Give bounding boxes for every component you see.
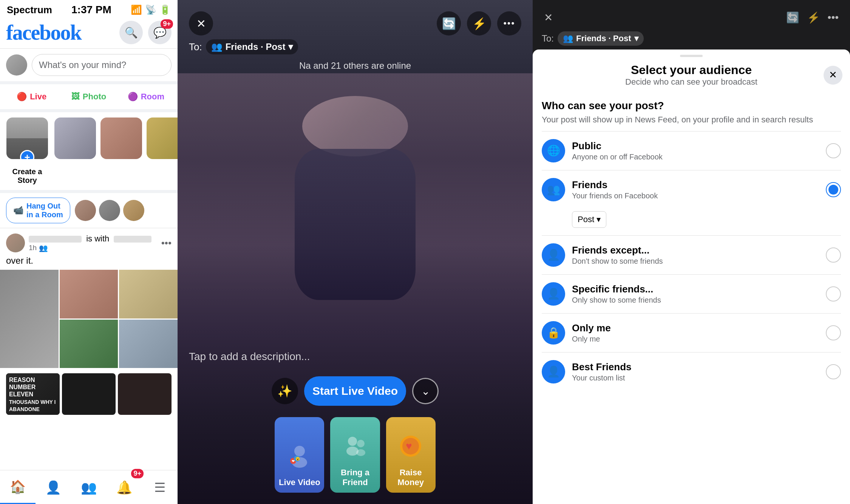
post-author-avatar — [6, 233, 25, 252]
public-desc: Anyone on or off Facebook — [572, 153, 819, 161]
more-icon: ••• — [828, 11, 839, 24]
post-author-name — [29, 236, 82, 243]
friends-post-button[interactable]: Post ▾ — [572, 211, 606, 228]
create-story-image: + — [6, 117, 48, 159]
post-time-row: 1h 👥 — [29, 244, 151, 252]
nav-profile[interactable]: 👤 — [36, 470, 71, 504]
audience-option-specific-friends[interactable]: 👤 Specific friends... Only show to some … — [533, 275, 850, 313]
hang-out-room-button[interactable]: 📹 Hang Out in a Room — [6, 198, 70, 223]
status-icons: 📶 📡 🔋 — [131, 5, 171, 15]
magic-effects-button[interactable]: ✨ — [272, 378, 298, 404]
story-thumb-2[interactable] — [100, 117, 142, 159]
bring-friend-option[interactable]: Bring a Friend — [330, 417, 380, 493]
only-me-desc: Only me — [572, 335, 819, 343]
svg-point-9 — [356, 449, 365, 456]
action-row: 🔴 Live 🖼 Photo 🟣 Room — [0, 84, 178, 112]
live-top-icons: 🔄 ⚡ ••• — [437, 11, 521, 36]
friend-avatar-1 — [75, 200, 96, 221]
post-input[interactable]: What's on your mind? — [32, 54, 172, 76]
live-button[interactable]: 🔴 Live — [4, 87, 59, 106]
best-friends-title: Best Friends — [572, 361, 819, 373]
friends-text: Friends Your friends on Facebook — [572, 179, 819, 200]
friends-radio[interactable] — [826, 182, 841, 197]
live-description-placeholder: Tap to add a description... — [189, 351, 310, 362]
public-title: Public — [572, 140, 819, 152]
person-star-icon: 👤 — [547, 365, 560, 378]
fb-header-icons: 🔍 💬 9+ — [119, 21, 172, 44]
create-story-item[interactable]: + Create aStory — [5, 117, 50, 185]
more-icon: ••• — [503, 18, 515, 29]
audience-option-only-me[interactable]: 🔒 Only me Only me — [533, 314, 850, 352]
post-label: Post — [578, 215, 594, 224]
video-thumbnails-row: REASON NUMBER ELEVENTHOUSAND WHY I ABAND… — [0, 369, 178, 419]
expand-button[interactable]: ⌄ — [412, 378, 439, 404]
nav-home[interactable]: 🏠 — [0, 470, 36, 504]
live-top-bar: ✕ 🔄 ⚡ ••• — [178, 0, 533, 39]
sheet-close-button[interactable]: ✕ — [824, 66, 842, 85]
live-close-button[interactable]: ✕ — [189, 11, 213, 36]
post-image-2 — [119, 270, 178, 318]
story-image-1 — [54, 117, 96, 159]
dropdown-chevron-icon: ▾ — [288, 42, 293, 52]
audience-option-friends[interactable]: 👥 Friends Your friends on Facebook Post … — [533, 170, 850, 235]
svg-text:♥: ♥ — [406, 440, 412, 452]
live-panel: ✕ 🔄 ⚡ ••• To: 👥 Friends · Post ▾ Na and … — [178, 0, 533, 504]
search-button[interactable]: 🔍 — [119, 21, 143, 44]
more-button[interactable]: ••• — [497, 11, 521, 36]
friends-icon-btn: 👥 — [542, 178, 565, 201]
live-to-row: To: 👥 Friends · Post ▾ — [178, 39, 533, 58]
nav-groups[interactable]: 👥 — [71, 470, 107, 504]
photo-button[interactable]: 🖼 Photo — [61, 87, 116, 106]
live-description-area[interactable]: Tap to add a description... — [178, 343, 321, 370]
nav-notifications[interactable]: 🔔 9+ — [107, 470, 142, 504]
messenger-button[interactable]: 💬 9+ — [148, 21, 172, 44]
flip-camera-icon: 🔄 — [442, 17, 456, 30]
specific-friends-text: Specific friends... Only show to some fr… — [572, 283, 819, 305]
post-body-text: over it. — [6, 255, 172, 266]
chevron-down-icon: ⌄ — [421, 385, 430, 397]
story-thumb-1[interactable] — [54, 117, 96, 159]
feed-panel: Spectrum 1:37 PM 📶 📡 🔋 facebook 🔍 💬 9+ W… — [0, 0, 178, 504]
raise-money-icon: ♥ — [397, 433, 424, 465]
audience-option-best-friends[interactable]: 👤 Best Friends Your custom list — [533, 352, 850, 391]
audience-close-button[interactable]: ✕ — [544, 11, 553, 24]
live-video-option[interactable]: ❤ 😮 Live Video — [275, 417, 324, 493]
audience-option-public[interactable]: 🌐 Public Anyone on or off Facebook — [533, 131, 850, 170]
friends-icon: 👥 — [563, 34, 573, 43]
feed-post: is with 1h 👥 ••• over it. — [0, 228, 178, 270]
post-more-button[interactable]: ••• — [161, 237, 172, 249]
friends-except-title: Friends except... — [572, 244, 819, 256]
only-me-radio[interactable] — [826, 325, 841, 340]
online-text: Na and 21 others are online — [299, 60, 411, 71]
audience-to-label: To: — [542, 33, 554, 44]
post-box: What's on your mind? — [0, 49, 178, 84]
story-thumb-3[interactable] — [147, 117, 178, 159]
audience-title: Select your audience — [559, 63, 824, 77]
dropdown-chevron-icon: ▾ — [634, 34, 638, 43]
audience-to-badge[interactable]: 👥 Friends · Post ▾ — [558, 31, 643, 46]
room-button[interactable]: 🟣 Room — [118, 87, 174, 106]
friends-icon: 👥 — [39, 244, 48, 252]
video-thumb-3 — [118, 373, 172, 415]
lightning-button[interactable]: ⚡ — [467, 11, 491, 36]
sheet-handle — [680, 55, 703, 57]
live-online-bar: Na and 21 others are online — [178, 58, 533, 73]
who-desc: Your post will show up in News Feed, on … — [542, 114, 841, 126]
hang-out-label: Hang Out in a Room — [26, 202, 63, 219]
public-radio[interactable] — [826, 143, 841, 158]
time-label: 1:37 PM — [71, 4, 111, 16]
nav-menu[interactable]: ☰ — [142, 470, 178, 504]
friends-except-radio[interactable] — [826, 247, 841, 263]
specific-friends-radio[interactable] — [826, 286, 841, 301]
best-friends-text: Best Friends Your custom list — [572, 361, 819, 382]
wifi-icon: 📡 — [145, 5, 156, 15]
flip-camera-button[interactable]: 🔄 — [437, 11, 461, 36]
friends-title: Friends — [572, 179, 819, 191]
best-friends-radio[interactable] — [826, 364, 841, 379]
live-audience-badge[interactable]: 👥 Friends · Post ▾ — [206, 39, 298, 54]
search-icon: 🔍 — [125, 26, 138, 39]
audience-option-friends-except[interactable]: 👤 Friends except... Don't show to some f… — [533, 236, 850, 274]
story-image-2 — [100, 117, 142, 159]
raise-money-option[interactable]: ♥ Raise Money — [386, 417, 436, 493]
start-live-button[interactable]: Start Live Video — [304, 376, 406, 406]
